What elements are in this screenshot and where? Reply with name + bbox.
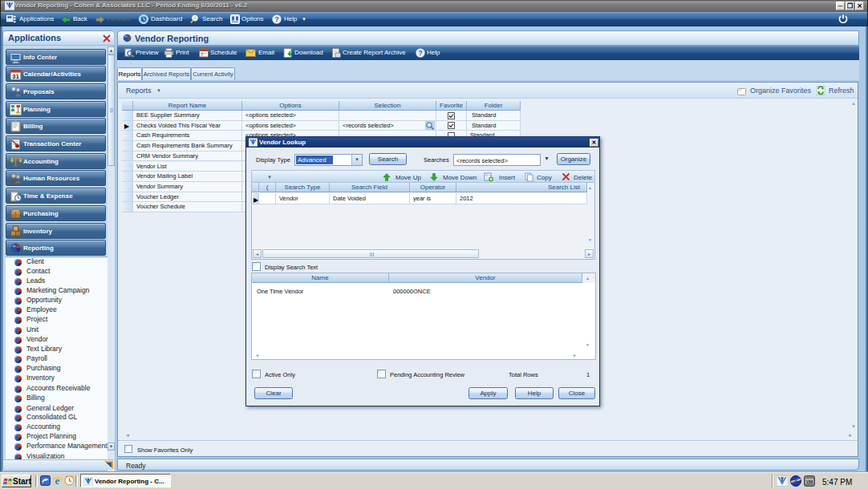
svg-text:?: ? bbox=[418, 49, 423, 57]
svg-text:VM: VM bbox=[806, 479, 813, 484]
svg-text:?: ? bbox=[274, 15, 279, 23]
svg-text:e: e bbox=[55, 475, 60, 486]
svg-text:31: 31 bbox=[12, 73, 19, 80]
